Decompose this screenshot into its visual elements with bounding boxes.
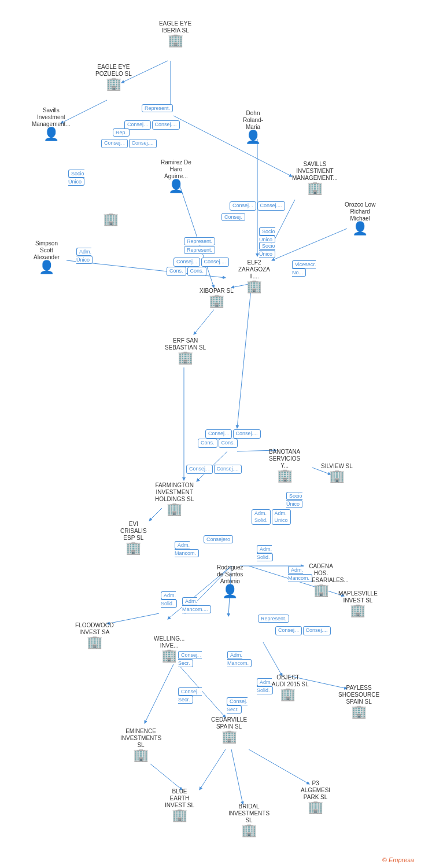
- person-icon: 👤: [43, 128, 59, 141]
- building-icon: 🏢: [313, 584, 329, 597]
- building-icon-red: 🏢: [246, 280, 262, 293]
- svg-line-27: [150, 764, 182, 790]
- floodwood-node[interactable]: FLOODWOODINVEST SA 🏢: [75, 622, 114, 649]
- copyright: © Empresa: [382, 856, 414, 863]
- svg-line-22: [145, 664, 173, 723]
- badge-socio-unico4[interactable]: Socio Único: [286, 492, 302, 507]
- badge-represent3[interactable]: Represent.: [184, 246, 215, 254]
- person-icon: 👤: [352, 222, 368, 235]
- building-icon: 🏢: [106, 78, 121, 90]
- building-icon: 🏢: [277, 469, 293, 482]
- badge-adm-solid2[interactable]: Adm. Solid.: [257, 545, 273, 561]
- svg-line-30: [249, 749, 309, 784]
- badge-adm-unico1[interactable]: Adm. Único: [76, 248, 93, 263]
- erf-san-sebastian-node[interactable]: ERF SANSEBASTIAN SL 🏢: [165, 337, 206, 364]
- person-icon: 👤: [168, 180, 184, 193]
- badge-vicesecr[interactable]: Vicesecr. No...: [292, 260, 316, 276]
- silview-node[interactable]: SILVIEW SL 🏢: [321, 463, 353, 483]
- svg-line-28: [200, 749, 226, 790]
- badge-consej6[interactable]: Consej. . Consej....: [205, 429, 261, 439]
- p3-algemesi-node[interactable]: P3ALGEMESIPARK SL 🏢: [301, 780, 330, 814]
- orozco-low-node[interactable]: Orozco LowRichardMichael 👤: [345, 201, 375, 235]
- badge-rep1[interactable]: Rep.: [113, 128, 130, 137]
- evi-crisalis-node[interactable]: EVICRISALISESP SL 🏢: [120, 521, 147, 554]
- svg-line-24: [107, 613, 159, 624]
- badge-adm-mancom3[interactable]: Adm. Mancom.: [288, 566, 312, 582]
- badge-consej-secr2[interactable]: Consej. . Secr.: [178, 687, 202, 703]
- savills-co-node[interactable]: SAVILLSINVESTMENTMANAGEMENT... 🏢: [292, 161, 338, 194]
- ramirez-node[interactable]: Ramirez DeHaroAguirre... 👤: [161, 159, 191, 193]
- building-icon: 🏢: [280, 688, 296, 701]
- badge-consej-secr3[interactable]: Consej. Secr.: [227, 697, 248, 713]
- banotana-node[interactable]: BANOTANASERVICIOSY... 🏢: [269, 448, 300, 482]
- badge-consej8[interactable]: Consej. . Consej....: [275, 626, 331, 635]
- simpson-scott-node[interactable]: SimpsonScottAlexander 👤: [34, 240, 60, 274]
- building-icon: 🏢: [221, 730, 237, 743]
- badge-consej2[interactable]: Consej. . Consej....: [101, 139, 157, 148]
- building-icon: 🏢: [350, 604, 365, 617]
- building-icon: 🏢: [125, 542, 141, 554]
- svg-line-11: [237, 284, 252, 428]
- building-icon: 🏢: [133, 749, 149, 762]
- savills-co2-node[interactable]: 🏢: [103, 213, 119, 226]
- badge-consej5[interactable]: Consej. . Consej....: [173, 258, 229, 267]
- badge-adm-solid4[interactable]: Adm. Solid.: [257, 678, 273, 694]
- building-icon: 🏢: [172, 809, 187, 822]
- svg-line-6: [272, 229, 347, 260]
- building-icon: 🏢: [308, 801, 323, 814]
- building-icon: 🏢: [161, 649, 177, 662]
- graph-container: EAGLE EYE IBERIA SL 🏢 EAGLE EYEPOZUELO S…: [0, 0, 421, 868]
- building-icon: 🏢: [209, 295, 224, 307]
- badge-adm-mancom4[interactable]: Adm. Mancom.: [227, 651, 252, 667]
- badge-consej3[interactable]: Consej. . Consej....: [230, 201, 285, 211]
- building-icon: 🏢: [307, 182, 323, 194]
- xibopar-node[interactable]: XIBOPAR SL 🏢: [200, 288, 234, 307]
- badge-consej4[interactable]: Consej.: [221, 213, 245, 221]
- badge-consej1[interactable]: Consej. . Consej....: [124, 120, 180, 130]
- farmington-node[interactable]: FARMINGTONINVESTMENTHOLDINGS SL 🏢: [155, 482, 194, 516]
- badge-consejero[interactable]: Consejero: [204, 535, 233, 543]
- badge-adm-mancom2[interactable]: Adm. Mancom....: [182, 597, 211, 613]
- svg-line-10: [194, 310, 214, 334]
- blue-earth-node[interactable]: BLUEEARTHINVEST SL 🏢: [165, 788, 194, 822]
- eminence-node[interactable]: EMINENCEINVESTMENTSSL 🏢: [120, 728, 161, 762]
- building-icon: 🏢: [351, 705, 367, 718]
- cedarville-node[interactable]: CEDARVILLESPAIN SL 🏢: [211, 716, 247, 743]
- building-icon: 🏢: [168, 34, 183, 47]
- dohn-roland-node[interactable]: DohnRoland-Maria 👤: [243, 110, 263, 144]
- badge-socio-unico2[interactable]: Socio Único: [259, 227, 275, 243]
- badge-consej7[interactable]: Consej. . Consej....: [186, 465, 242, 474]
- badge-adm-solid1[interactable]: Adm. Solid. Adm. Unico: [252, 509, 291, 525]
- building-icon: 🏢: [103, 213, 119, 226]
- payless-node[interactable]: PAYLESSSHOESOURCESPAIN SL 🏢: [338, 685, 379, 718]
- eagle-eye-pozuelo-node[interactable]: EAGLE EYEPOZUELO SL 🏢: [95, 64, 132, 90]
- badge-adm-mancom1[interactable]: Adm. Mancom.: [175, 541, 199, 557]
- bridal-node[interactable]: BRIDALINVESTMENTSSL 🏢: [228, 803, 269, 837]
- rodriguez-santos-node[interactable]: Rodriguezde SantosAntonio 👤: [217, 564, 243, 598]
- svg-line-29: [231, 749, 243, 804]
- badge-cons1[interactable]: Cons. Cons.: [167, 267, 206, 276]
- person-icon: 👤: [222, 585, 238, 598]
- savills-person-node[interactable]: SavillsInvestmentManagement... 👤: [32, 107, 71, 141]
- maplesville-node[interactable]: MAPLESVILLEINVEST SL 🏢: [338, 590, 378, 617]
- eagle-eye-iberia-node[interactable]: EAGLE EYE IBERIA SL 🏢: [149, 20, 201, 47]
- elf2-zaragoza-node[interactable]: ELF2ZARAGOZAII.... 🏢: [238, 259, 270, 293]
- building-icon: 🏢: [87, 636, 102, 649]
- badge-socio-unico1[interactable]: Socio Único: [68, 170, 84, 185]
- badge-adm-solid3[interactable]: Adm. Solid.: [161, 591, 177, 607]
- object-gaudi-node[interactable]: OBJECTGAUDI 2015 SL 🏢: [267, 674, 309, 701]
- svg-line-25: [263, 642, 282, 676]
- badge-represent4[interactable]: Represent.: [258, 615, 289, 623]
- badge-consej-secr1[interactable]: Consej. . Secr.: [178, 651, 202, 667]
- badge-socio-unico3[interactable]: Socio Único: [259, 242, 275, 258]
- building-icon: 🏢: [329, 470, 345, 483]
- building-icon: 🏢: [241, 824, 257, 837]
- badge-cons2[interactable]: Cons. Cons.: [198, 439, 238, 448]
- badge-represent1[interactable]: Represent.: [142, 104, 173, 112]
- badge-represent2[interactable]: Represent.: [184, 237, 215, 245]
- building-icon: 🏢: [167, 503, 182, 516]
- person-icon: 👤: [39, 261, 54, 274]
- person-icon: 👤: [245, 131, 261, 144]
- building-icon: 🏢: [178, 351, 193, 364]
